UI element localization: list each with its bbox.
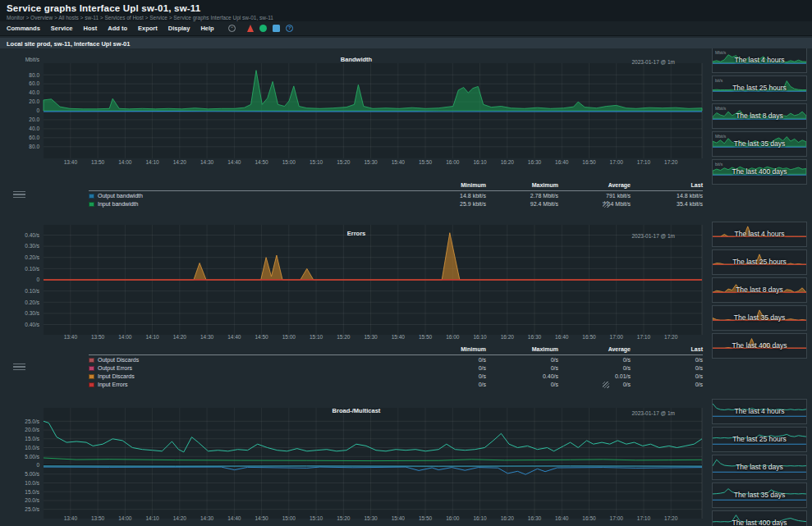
- preview-card[interactable]: The last 25 hours: [712, 427, 807, 452]
- preview-card[interactable]: Mbit/s The last 4 hours: [712, 48, 807, 73]
- svg-text:15:50: 15:50: [419, 515, 433, 521]
- graph-main: Broad-/Multicast 2023-01-17 @ 1m 25.0/s2…: [7, 399, 706, 526]
- svg-text:15:00: 15:00: [282, 515, 296, 521]
- svg-text:5.00/s: 5.00/s: [25, 471, 39, 477]
- legend-menu-icon[interactable]: [13, 191, 25, 200]
- errors-chart[interactable]: 0.40/s0.30/s0.20/s0.10/s00.10/s0.20/s0.3…: [7, 222, 706, 343]
- preview-sparkline: [713, 222, 806, 245]
- menu-item-service[interactable]: Service: [51, 25, 73, 32]
- svg-text:13:40: 13:40: [64, 159, 78, 165]
- preview-card[interactable]: The last 35 days: [712, 305, 807, 331]
- legend-series-label[interactable]: Input Discards: [89, 372, 414, 380]
- preview-card[interactable]: Mbit/s The last 35 days: [712, 131, 807, 157]
- svg-text:0.10/s: 0.10/s: [25, 266, 39, 272]
- bandwidth-chart[interactable]: 80.060.040.020.0020.040.060.080.0Mbit/s1…: [7, 48, 706, 179]
- svg-text:0: 0: [36, 107, 39, 113]
- legend-column-header: Minimum: [414, 182, 486, 191]
- menu-item-display[interactable]: Display: [168, 25, 190, 32]
- graph-panel[interactable]: Bandwidth 2023-01-17 @ 1m 80.060.040.020…: [7, 48, 706, 179]
- legend-series-label[interactable]: Output bandwidth: [89, 191, 414, 199]
- breadcrumb[interactable]: Monitor > Overview > All hosts > sw-11 >…: [7, 15, 812, 21]
- legend-value: 2.78 Mbit/s: [486, 191, 558, 199]
- svg-text:40.0: 40.0: [29, 126, 39, 131]
- svg-text:16:20: 16:20: [501, 334, 515, 340]
- graph-panel[interactable]: Broad-/Multicast 2023-01-17 @ 1m 25.0/s2…: [7, 399, 706, 526]
- svg-text:15:50: 15:50: [419, 159, 433, 165]
- svg-text:16:20: 16:20: [501, 515, 515, 521]
- svg-text:15.0/s: 15.0/s: [25, 436, 39, 441]
- preview-card[interactable]: The last 8 days: [712, 455, 807, 480]
- preview-sparkline: [713, 132, 806, 154]
- legend-column-header: Average: [558, 346, 631, 355]
- legend-series-label[interactable]: Output Discards: [89, 355, 414, 364]
- menu-item-export[interactable]: Export: [138, 25, 158, 32]
- menu-item-help[interactable]: Help: [200, 25, 213, 32]
- svg-text:80.0: 80.0: [29, 72, 39, 78]
- svg-text:14:10: 14:10: [145, 334, 159, 340]
- legend-series-label[interactable]: Input bandwidth: [89, 199, 414, 208]
- svg-text:15:50: 15:50: [419, 334, 433, 340]
- legend-series-label[interactable]: Output Errors: [89, 364, 414, 372]
- preview-card[interactable]: The last 4 hours: [712, 399, 807, 424]
- preview-card[interactable]: The last 25 hours: [712, 249, 807, 275]
- svg-text:20.0/s: 20.0/s: [25, 427, 39, 432]
- legend-table: MinimumMaximumAverageLastOutput Discards…: [89, 346, 703, 388]
- legend-table: MinimumMaximumAverageLastOutput bandwidt…: [89, 182, 703, 208]
- menu-item-commands[interactable]: Commands: [7, 25, 40, 32]
- legend-series-label[interactable]: Input Errors: [89, 380, 414, 388]
- svg-text:15:30: 15:30: [364, 515, 378, 521]
- preview-card[interactable]: The last 400 days: [712, 510, 807, 526]
- page-title: Service graphs Interface Upl sw-01, sw-1…: [7, 3, 812, 13]
- resize-handle-icon[interactable]: [603, 201, 609, 208]
- preview-sparkline: [713, 306, 806, 328]
- svg-text:14:40: 14:40: [227, 159, 241, 165]
- preview-card[interactable]: bit/s The last 400 days: [712, 159, 807, 185]
- preview-sparkline: [713, 483, 806, 505]
- graph-main: Errors 2023-01-17 @ 1m 0.40/s0.30/s0.20/…: [7, 222, 706, 388]
- svg-text:13:50: 13:50: [91, 515, 105, 521]
- legend-value: 0/s: [631, 372, 703, 380]
- legend-series-name: Input bandwidth: [98, 201, 138, 208]
- svg-text:5.00/s: 5.00/s: [25, 454, 39, 460]
- preview-card[interactable]: The last 35 days: [712, 483, 807, 508]
- preview-card[interactable]: The last 8 days: [712, 277, 807, 303]
- graph-panel[interactable]: Errors 2023-01-17 @ 1m 0.40/s0.30/s0.20/…: [7, 222, 706, 343]
- svg-text:25.0/s: 25.0/s: [25, 506, 39, 512]
- collapse-circle-icon[interactable]: [228, 25, 236, 32]
- legend-value: 14.8 kbit/s: [414, 191, 486, 199]
- legend-value: 35.4 kbit/s: [631, 199, 703, 208]
- svg-text:16:50: 16:50: [582, 334, 596, 340]
- svg-text:14:20: 14:20: [173, 334, 187, 340]
- help-circle-icon[interactable]: [286, 25, 293, 32]
- svg-text:0.40/s: 0.40/s: [25, 322, 39, 327]
- legend-value: 25.9 kbit/s: [414, 199, 486, 208]
- legend-menu-icon[interactable]: [13, 364, 25, 373]
- resize-handle-icon[interactable]: [603, 382, 609, 388]
- legend-column-header: Minimum: [414, 346, 486, 355]
- legend-value: 0/s: [631, 380, 703, 388]
- legend-column-header: Maximum: [486, 346, 558, 355]
- svg-text:16:30: 16:30: [528, 159, 542, 165]
- legend-swatch-icon: [89, 194, 94, 199]
- svg-text:0.40/s: 0.40/s: [25, 232, 39, 238]
- preview-card[interactable]: bit/s The last 25 hours: [712, 75, 807, 101]
- page-header: Service graphs Interface Upl sw-01, sw-1…: [0, 0, 812, 21]
- preview-card[interactable]: The last 4 hours: [712, 222, 807, 247]
- svg-text:16:50: 16:50: [582, 159, 596, 165]
- broad-multicast-chart[interactable]: 25.0/s20.0/s15.0/s10.0/s5.00/s05.00/s10.…: [7, 399, 706, 526]
- menu-item-host[interactable]: Host: [84, 25, 98, 32]
- preview-card[interactable]: The last 400 days: [712, 333, 807, 359]
- ok-circle-icon[interactable]: [259, 25, 267, 32]
- preview-card[interactable]: Mbit/s The last 8 days: [712, 103, 807, 129]
- svg-text:10.0/s: 10.0/s: [25, 445, 39, 451]
- preview-sparkline: [713, 428, 806, 450]
- legend-value: 0/s: [486, 380, 558, 388]
- menu-item-add-to[interactable]: Add to: [108, 25, 127, 32]
- svg-text:14:50: 14:50: [255, 334, 268, 340]
- sidebar-square-icon[interactable]: [273, 25, 280, 32]
- legend-swatch-icon: [89, 366, 94, 371]
- cone-icon[interactable]: [247, 25, 254, 32]
- svg-text:16:10: 16:10: [473, 515, 487, 521]
- menubar-icons: [228, 25, 293, 32]
- svg-text:17:10: 17:10: [637, 159, 651, 165]
